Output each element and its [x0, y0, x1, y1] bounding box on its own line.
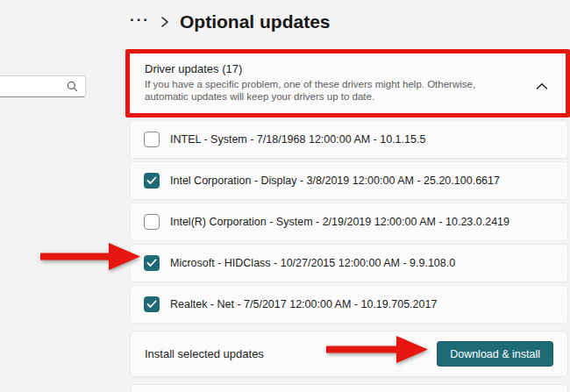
chevron-up-icon[interactable] [536, 78, 548, 94]
driver-update-label: Realtek - Net - 7/5/2017 12:00:00 AM - 1… [170, 298, 437, 310]
driver-update-label: Microsoft - HIDClass - 10/27/2015 12:00:… [170, 257, 455, 269]
search-input[interactable] [0, 76, 67, 96]
driver-update-row[interactable]: Microsoft - HIDClass - 10/27/2015 12:00:… [130, 244, 568, 282]
driver-update-row[interactable]: Realtek - Net - 7/5/2017 12:00:00 AM - 1… [130, 285, 568, 324]
search-icon[interactable] [67, 81, 78, 92]
page-title: Optional updates [180, 11, 331, 32]
sidebar-search-box[interactable] [0, 75, 86, 97]
driver-updates-description: If you have a specific problem, one of t… [145, 78, 522, 103]
breadcrumb-overflow-button[interactable]: ··· [130, 12, 150, 32]
driver-update-label: Intel(R) Corporation - System - 2/19/201… [170, 216, 509, 228]
chevron-right-icon [160, 16, 169, 28]
next-section-card-edge [130, 384, 568, 392]
driver-update-checkbox[interactable] [144, 296, 160, 312]
driver-update-checkbox[interactable] [144, 255, 160, 271]
driver-updates-expander-header[interactable]: Driver updates (17) If you have a specif… [130, 53, 568, 114]
breadcrumb: ··· Optional updates [130, 7, 331, 37]
install-updates-row: Install selected updates Download & inst… [130, 331, 568, 377]
driver-update-row[interactable]: Intel Corporation - Display - 3/8/2019 1… [130, 161, 568, 200]
install-selected-updates-label: Install selected updates [145, 347, 264, 360]
driver-update-checkbox[interactable] [144, 132, 160, 147]
driver-update-checkbox[interactable] [144, 173, 160, 189]
driver-update-label: INTEL - System - 7/18/1968 12:00:00 AM -… [170, 133, 425, 146]
driver-update-label: Intel Corporation - Display - 3/8/2019 1… [170, 175, 500, 187]
driver-update-row[interactable]: Intel(R) Corporation - System - 2/19/201… [130, 203, 568, 241]
driver-update-checkbox[interactable] [144, 214, 160, 230]
annotation-arrow-hidclass [40, 242, 142, 271]
driver-updates-title: Driver updates (17) [145, 62, 553, 75]
driver-updates-list: INTEL - System - 7/18/1968 12:00:00 AM -… [130, 120, 568, 326]
download-and-install-button[interactable]: Download & install [437, 341, 553, 367]
driver-update-row[interactable]: INTEL - System - 7/18/1968 12:00:00 AM -… [130, 120, 568, 159]
